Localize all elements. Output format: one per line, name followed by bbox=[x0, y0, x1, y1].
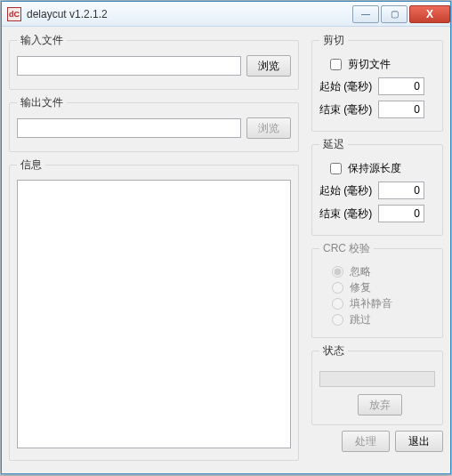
titlebar[interactable]: dC delaycut v1.2.1.2 — ▢ X bbox=[2, 2, 450, 27]
abort-button: 放弃 bbox=[358, 394, 402, 415]
cut-file-checkbox[interactable] bbox=[330, 59, 342, 70]
cut-start-label: 起始 (毫秒) bbox=[319, 79, 378, 94]
delay-group: 延迟 保持源长度 起始 (毫秒) 结束 (毫秒) bbox=[311, 137, 443, 236]
info-legend: 信息 bbox=[17, 157, 45, 173]
output-file-legend: 输出文件 bbox=[17, 95, 67, 110]
cut-start-field[interactable] bbox=[378, 77, 424, 95]
maximize-button[interactable]: ▢ bbox=[381, 5, 408, 23]
quit-button[interactable]: 退出 bbox=[395, 431, 443, 452]
delay-legend: 延迟 bbox=[319, 137, 348, 152]
delay-start-label: 起始 (毫秒) bbox=[319, 183, 378, 198]
crc-skip-label: 跳过 bbox=[332, 312, 435, 327]
keep-length-checkbox[interactable] bbox=[330, 163, 342, 174]
cut-group: 剪切 剪切文件 起始 (毫秒) 结束 (毫秒) bbox=[311, 33, 443, 132]
delay-end-label: 结束 (毫秒) bbox=[319, 206, 378, 222]
output-file-field[interactable] bbox=[17, 118, 241, 138]
window-title: delaycut v1.2.1.2 bbox=[27, 8, 108, 20]
crc-ignore-radio bbox=[332, 266, 343, 278]
delay-end-field[interactable] bbox=[378, 205, 424, 222]
info-group: 信息 bbox=[9, 157, 299, 461]
input-file-field[interactable] bbox=[17, 56, 241, 76]
input-file-legend: 输入文件 bbox=[17, 33, 67, 48]
cut-end-label: 结束 (毫秒) bbox=[319, 102, 378, 117]
crc-fix-radio bbox=[332, 282, 343, 294]
output-file-group: 输出文件 浏览 bbox=[9, 95, 299, 152]
delay-checkbox-label[interactable]: 保持源长度 bbox=[330, 162, 401, 174]
crc-legend: CRC 校验 bbox=[319, 241, 374, 256]
cut-end-field[interactable] bbox=[378, 101, 424, 118]
output-browse-button: 浏览 bbox=[246, 117, 291, 139]
status-group: 状态 放弃 bbox=[311, 343, 443, 425]
crc-silence-radio bbox=[332, 298, 343, 310]
cut-legend: 剪切 bbox=[319, 33, 348, 48]
crc-silence-label: 填补静音 bbox=[332, 296, 435, 311]
minimize-button[interactable]: — bbox=[352, 5, 379, 23]
crc-skip-radio bbox=[332, 314, 343, 326]
input-browse-button[interactable]: 浏览 bbox=[246, 55, 291, 77]
input-file-group: 输入文件 浏览 bbox=[9, 33, 299, 90]
app-window: dC delaycut v1.2.1.2 — ▢ X 输入文件 浏览 输出文件 … bbox=[1, 1, 451, 474]
close-button[interactable]: X bbox=[409, 5, 450, 23]
cut-checkbox-label[interactable]: 剪切文件 bbox=[330, 58, 391, 70]
info-textarea[interactable] bbox=[17, 180, 291, 448]
progress-bar bbox=[319, 371, 435, 387]
delay-start-field[interactable] bbox=[378, 182, 424, 199]
crc-group: CRC 校验 忽略 修复 填补静音 bbox=[311, 241, 443, 338]
status-legend: 状态 bbox=[319, 343, 348, 359]
crc-ignore-label: 忽略 bbox=[332, 264, 435, 279]
app-icon: dC bbox=[7, 7, 21, 21]
crc-fix-label: 修复 bbox=[332, 280, 435, 295]
process-button: 处理 bbox=[342, 431, 390, 452]
